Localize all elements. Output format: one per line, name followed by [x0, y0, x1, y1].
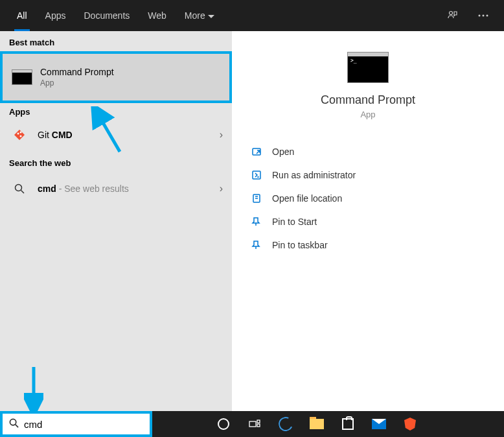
admin-icon: [250, 169, 263, 182]
result-title: Command Prompt: [40, 67, 220, 77]
svg-rect-18: [249, 421, 256, 427]
svg-line-8: [21, 191, 25, 194]
tab-all[interactable]: All: [8, 0, 36, 31]
action-label: Pin to taskbar: [272, 240, 328, 250]
svg-point-2: [483, 15, 485, 17]
action-open[interactable]: Open: [247, 140, 488, 163]
taskbar: [0, 411, 504, 437]
feedback-icon[interactable]: [439, 3, 465, 29]
chevron-down-icon: [208, 10, 214, 21]
tab-web[interactable]: Web: [139, 0, 176, 31]
search-input[interactable]: [24, 419, 147, 430]
search-icon: [9, 418, 19, 431]
action-run-admin[interactable]: Run as administrator: [247, 163, 488, 187]
search-icon: [9, 178, 30, 199]
svg-point-4: [17, 133, 19, 135]
svg-point-7: [16, 185, 22, 191]
svg-line-17: [16, 424, 18, 427]
taskbar-search-box[interactable]: [0, 411, 152, 437]
result-title: Git CMD: [38, 130, 220, 140]
detail-subtitle: App: [247, 110, 488, 119]
store-icon[interactable]: [335, 411, 361, 437]
svg-point-16: [10, 419, 16, 425]
svg-rect-19: [257, 420, 260, 423]
web-result-cmd[interactable]: cmd - See web results ›: [0, 172, 232, 206]
results-panel: Best match Command Prompt App Apps Git C…: [0, 31, 232, 411]
folder-location-icon: [250, 192, 263, 205]
file-explorer-icon[interactable]: [304, 411, 330, 437]
best-match-item[interactable]: Command Prompt App: [0, 51, 232, 103]
task-view-icon[interactable]: [242, 411, 268, 437]
tab-more[interactable]: More: [176, 0, 223, 31]
svg-rect-20: [257, 424, 260, 427]
search-tabs-bar: All Apps Documents Web More: [0, 0, 504, 31]
action-label: Pin to Start: [272, 217, 317, 227]
command-prompt-icon: [12, 67, 32, 88]
result-title: cmd - See web results: [38, 183, 220, 194]
tab-documents[interactable]: Documents: [74, 0, 139, 31]
action-label: Run as administrator: [272, 170, 356, 180]
app-result-git-cmd[interactable]: Git CMD ›: [0, 118, 232, 152]
edge-icon[interactable]: [273, 411, 299, 437]
action-pin-start[interactable]: Pin to Start: [247, 210, 488, 233]
open-icon: [250, 145, 263, 158]
action-open-location[interactable]: Open file location: [247, 187, 488, 210]
svg-point-3: [487, 15, 488, 17]
action-pin-taskbar[interactable]: Pin to taskbar: [247, 233, 488, 257]
more-options-icon[interactable]: [470, 3, 496, 29]
cortana-icon[interactable]: [211, 411, 236, 437]
svg-point-5: [20, 136, 22, 137]
action-label: Open file location: [272, 193, 342, 204]
detail-panel: Command Prompt App Open Run as administr…: [232, 31, 504, 411]
section-best-match: Best match: [0, 31, 232, 51]
svg-point-1: [479, 15, 481, 17]
git-icon: [9, 124, 30, 145]
svg-point-6: [20, 132, 22, 134]
tab-more-label: More: [185, 10, 205, 21]
section-apps: Apps: [0, 103, 232, 118]
result-subtitle: App: [40, 78, 220, 88]
tab-apps[interactable]: Apps: [36, 0, 75, 31]
chevron-right-icon: ›: [220, 183, 223, 195]
section-search-web: Search the web: [0, 152, 232, 172]
pin-taskbar-icon: [250, 239, 263, 252]
chevron-right-icon: ›: [220, 129, 223, 141]
action-label: Open: [272, 147, 294, 157]
detail-title: Command Prompt: [247, 93, 488, 107]
svg-point-0: [450, 12, 453, 15]
detail-app-icon: [247, 52, 488, 83]
mail-icon[interactable]: [366, 411, 392, 437]
brave-icon[interactable]: [397, 411, 423, 437]
pin-start-icon: [250, 215, 263, 228]
svg-rect-10: [253, 148, 260, 155]
